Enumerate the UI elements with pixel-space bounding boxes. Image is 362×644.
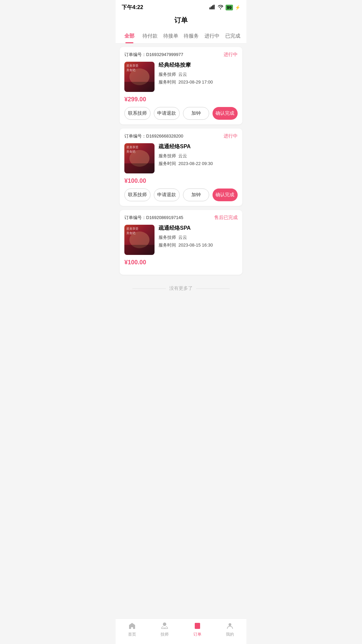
service-name-2: 疏通经络SPA — [159, 143, 238, 150]
charging-icon: ⚡ — [235, 5, 240, 10]
service-name-1: 经典经络按摩 — [159, 62, 238, 69]
technician-row-1: 服务技师 云云 — [159, 71, 238, 77]
status-time: 下午4:22 — [122, 4, 143, 11]
contact-btn-2[interactable]: 联系技师 — [124, 189, 150, 201]
img-text-1: 星美享受美食吧 — [126, 64, 138, 72]
img-text-3: 星美享受美食吧 — [126, 227, 138, 235]
nav-spacer — [120, 299, 242, 322]
svg-rect-0 — [209, 7, 210, 9]
order-info-1: 经典经络按摩 服务技师 云云 服务时间 2023-08-29 17:00 — [159, 62, 238, 92]
svg-text:+: + — [221, 5, 223, 8]
order-header-2: 订单编号：D16926668328200 进行中 — [124, 133, 238, 139]
order-actions-2: 联系技师 申请退款 加钟 确认完成 — [124, 189, 238, 201]
page-header: 订单 — [116, 13, 246, 29]
tab-all[interactable]: 全部 — [119, 29, 140, 43]
orders-list: 订单编号：D16932947999977 进行中 星美享受美食吧 经典经络按摩 … — [116, 44, 246, 326]
order-price-2: ¥100.00 — [124, 177, 238, 184]
contact-btn-1[interactable]: 联系技师 — [124, 107, 150, 120]
order-header-3: 订单编号：D16920869197145 售后已完成 — [124, 215, 238, 221]
refund-btn-2[interactable]: 申请退款 — [154, 189, 180, 201]
order-image-2: 星美享受美食吧 — [124, 143, 155, 173]
status-bar: 下午4:22 + 99 ⚡ — [116, 0, 246, 13]
order-number-1: 订单编号：D16932947999977 — [124, 52, 183, 58]
technician-row-3: 服务技师 云云 — [159, 234, 238, 240]
order-status-1: 进行中 — [224, 52, 238, 58]
battery-indicator: 99 — [226, 5, 233, 10]
wifi-icon: + — [218, 5, 224, 10]
confirm-btn-2[interactable]: 确认完成 — [213, 189, 238, 201]
time-row-3: 服务时间 2023-08-15 16:30 — [159, 242, 238, 248]
tab-completed[interactable]: 已完成 — [222, 29, 243, 43]
extend-btn-2[interactable]: 加钟 — [183, 189, 209, 201]
order-info-2: 疏通经络SPA 服务技师 云云 服务时间 2023-08-22 09:30 — [159, 143, 238, 173]
order-actions-1: 联系技师 申请退款 加钟 确认完成 — [124, 107, 238, 120]
order-number-2: 订单编号：D16926668328200 — [124, 133, 183, 139]
refund-btn-1[interactable]: 申请退款 — [154, 107, 180, 120]
service-name-3: 疏通经络SPA — [159, 225, 238, 232]
order-body-2: 星美享受美食吧 疏通经络SPA 服务技师 云云 服务时间 2023-08-22 … — [124, 143, 238, 173]
order-body-3: 星美享受美食吧 疏通经络SPA 服务技师 云云 服务时间 2023-08-15 … — [124, 225, 238, 255]
order-header-1: 订单编号：D16932947999977 进行中 — [124, 52, 238, 58]
technician-row-2: 服务技师 云云 — [159, 153, 238, 159]
order-card-3: 订单编号：D16920869197145 售后已完成 星美享受美食吧 疏通经络S… — [120, 210, 242, 275]
order-image-3: 星美享受美食吧 — [124, 225, 155, 255]
tab-in-progress[interactable]: 进行中 — [202, 29, 223, 43]
order-image-1: 星美享受美食吧 — [124, 62, 155, 92]
order-card-2: 订单编号：D16926668328200 进行中 星美享受美食吧 疏通经络SPA… — [120, 128, 242, 206]
svg-rect-1 — [211, 6, 212, 9]
time-row-1: 服务时间 2023-08-29 17:00 — [159, 79, 238, 85]
extend-btn-1[interactable]: 加钟 — [183, 107, 209, 120]
tab-pending-service[interactable]: 待服务 — [181, 29, 202, 43]
status-icons: + 99 ⚡ — [209, 5, 240, 10]
svg-rect-3 — [214, 5, 215, 9]
tab-pending-payment[interactable]: 待付款 — [140, 29, 161, 43]
order-number-3: 订单编号：D16920869197145 — [124, 215, 183, 221]
order-info-3: 疏通经络SPA 服务技师 云云 服务时间 2023-08-15 16:30 — [159, 225, 238, 255]
order-status-3: 售后已完成 — [214, 215, 238, 221]
signal-icon — [209, 5, 216, 10]
tabs-bar: 全部 待付款 待接单 待服务 进行中 已完成 — [116, 29, 246, 44]
order-price-1: ¥299.00 — [124, 96, 238, 103]
order-price-3: ¥100.00 — [124, 259, 238, 266]
img-text-2: 星美享受美食吧 — [126, 145, 138, 154]
svg-rect-2 — [212, 5, 213, 9]
no-more-text: 没有更多了 — [120, 279, 242, 295]
confirm-btn-1[interactable]: 确认完成 — [213, 107, 238, 120]
order-body-1: 星美享受美食吧 经典经络按摩 服务技师 云云 服务时间 2023-08-29 1… — [124, 62, 238, 92]
tab-pending-accept[interactable]: 待接单 — [160, 29, 181, 43]
time-row-2: 服务时间 2023-08-22 09:30 — [159, 161, 238, 167]
page-title: 订单 — [174, 16, 188, 24]
order-status-2: 进行中 — [224, 133, 238, 139]
order-card-1: 订单编号：D16932947999977 进行中 星美享受美食吧 经典经络按摩 … — [120, 47, 242, 124]
